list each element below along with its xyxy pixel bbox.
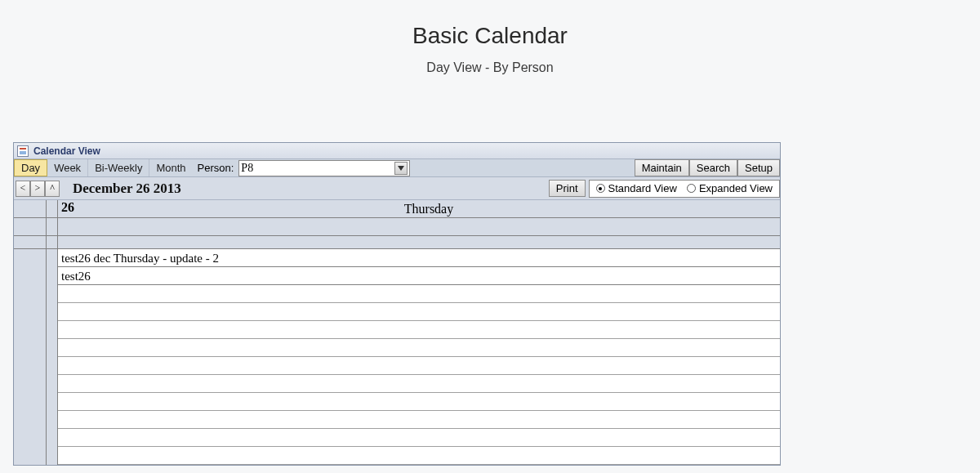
day-column-header: 26 Thursday: [58, 200, 780, 218]
tab-day[interactable]: Day: [14, 159, 47, 176]
calendar-window: Calendar View Day Week Bi-Weekly Month P…: [13, 142, 781, 466]
empty-slot[interactable]: [58, 375, 780, 393]
date-bar: < > ^ December 26 2013 Print Standard Vi…: [14, 177, 780, 200]
calendar-entry[interactable]: test26 dec Thursday - update - 2: [58, 249, 780, 267]
empty-slot[interactable]: [58, 285, 780, 303]
person-label: Person:: [193, 159, 239, 176]
allday-row[interactable]: [58, 218, 780, 236]
page-title: Basic Calendar: [0, 23, 980, 49]
tab-month[interactable]: Month: [149, 159, 192, 176]
current-date: December 26 2013: [73, 181, 181, 197]
calendar-entry[interactable]: test26: [58, 267, 780, 285]
empty-slot[interactable]: [58, 429, 780, 447]
row-header-gutter: [14, 200, 47, 465]
maintain-button[interactable]: Maintain: [635, 159, 689, 176]
radio-standard-view[interactable]: Standard View: [596, 182, 677, 194]
radio-icon: [687, 184, 696, 193]
empty-slot[interactable]: [58, 393, 780, 411]
page-subtitle: Day View - By Person: [0, 60, 980, 75]
chevron-down-icon[interactable]: [394, 162, 408, 175]
empty-slot[interactable]: [58, 357, 780, 375]
toolbar: Day Week Bi-Weekly Month Person: P8 Main…: [14, 159, 780, 177]
tab-biweekly[interactable]: Bi-Weekly: [88, 159, 149, 176]
radio-expanded-view[interactable]: Expanded View: [687, 182, 773, 194]
radio-standard-label: Standard View: [608, 182, 677, 194]
day-name: Thursday: [78, 200, 780, 217]
calendar-grid: 26 Thursday test26 dec Thursday - update…: [14, 200, 780, 465]
empty-slot[interactable]: [58, 339, 780, 357]
day-number: 26: [58, 200, 78, 217]
view-mode-group: Standard View Expanded View: [589, 180, 780, 198]
empty-slot[interactable]: [58, 321, 780, 339]
tab-week[interactable]: Week: [47, 159, 88, 176]
grid-main: 26 Thursday test26 dec Thursday - update…: [58, 200, 780, 465]
selection-gutter: [47, 200, 58, 465]
page-header: Basic Calendar Day View - By Person: [0, 0, 980, 75]
search-button[interactable]: Search: [689, 159, 737, 176]
person-select[interactable]: P8: [238, 160, 410, 176]
svg-marker-0: [398, 166, 404, 171]
prev-button[interactable]: <: [16, 181, 30, 197]
window-title: Calendar View: [33, 145, 100, 157]
next-button[interactable]: >: [30, 181, 45, 197]
up-button[interactable]: ^: [45, 181, 60, 197]
radio-expanded-label: Expanded View: [699, 182, 773, 194]
form-icon: [17, 145, 29, 157]
radio-icon: [596, 184, 605, 193]
setup-button[interactable]: Setup: [737, 159, 780, 176]
empty-slot[interactable]: [58, 411, 780, 429]
title-bar: Calendar View: [14, 143, 780, 159]
person-value: P8: [241, 162, 394, 175]
spacer-row: [58, 236, 780, 249]
empty-slot[interactable]: [58, 447, 780, 465]
empty-slot[interactable]: [58, 303, 780, 321]
print-button[interactable]: Print: [549, 180, 586, 197]
